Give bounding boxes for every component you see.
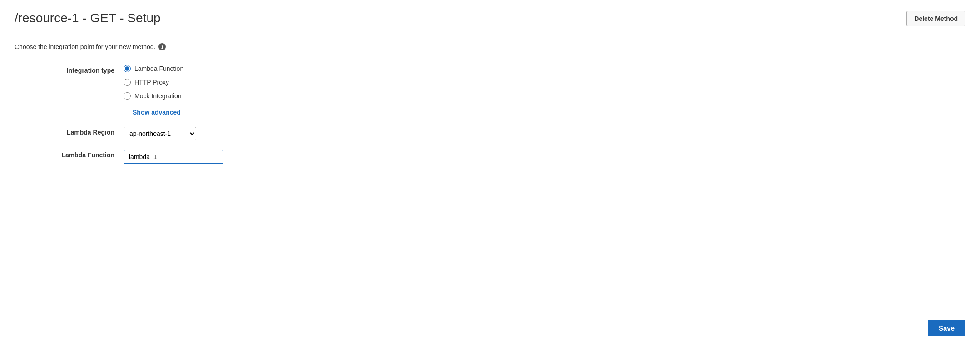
lambda-region-select[interactable]: us-east-1 us-east-2 us-west-1 us-west-2 …	[124, 127, 196, 140]
radio-option-mock[interactable]: Mock Integration	[124, 92, 183, 100]
subtitle-text: Choose the integration point for your ne…	[15, 43, 156, 50]
radio-option-http-proxy[interactable]: HTTP Proxy	[124, 79, 183, 86]
show-advanced-link[interactable]: Show advanced	[133, 109, 965, 116]
lambda-function-label: Lambda Function	[33, 150, 124, 159]
lambda-function-row: Lambda Function	[33, 150, 965, 164]
divider	[15, 34, 965, 34]
page-title: /resource-1 - GET - Setup	[15, 11, 161, 25]
header-row: /resource-1 - GET - Setup Delete Method	[15, 11, 965, 26]
radio-option-lambda[interactable]: Lambda Function	[124, 65, 183, 72]
info-icon[interactable]: ℹ	[158, 43, 166, 50]
delete-method-button[interactable]: Delete Method	[906, 11, 965, 26]
lambda-region-row: Lambda Region us-east-1 us-east-2 us-wes…	[33, 127, 965, 140]
page-container: /resource-1 - GET - Setup Delete Method …	[0, 0, 980, 351]
form-section: Integration type Lambda Function HTTP Pr…	[15, 65, 965, 164]
radio-mock-label: Mock Integration	[134, 92, 182, 100]
radio-mock[interactable]	[124, 92, 131, 100]
subtitle-row: Choose the integration point for your ne…	[15, 43, 965, 50]
radio-http-proxy-label: HTTP Proxy	[134, 79, 169, 86]
integration-type-label: Integration type	[33, 65, 124, 74]
lambda-function-input[interactable]	[124, 150, 223, 164]
save-button[interactable]: Save	[928, 320, 965, 336]
integration-type-row: Integration type Lambda Function HTTP Pr…	[33, 65, 965, 100]
radio-lambda[interactable]	[124, 65, 131, 72]
lambda-region-label: Lambda Region	[33, 127, 124, 136]
integration-type-radio-group: Lambda Function HTTP Proxy Mock Integrat…	[124, 65, 183, 100]
radio-http-proxy[interactable]	[124, 79, 131, 86]
radio-lambda-label: Lambda Function	[134, 65, 183, 72]
